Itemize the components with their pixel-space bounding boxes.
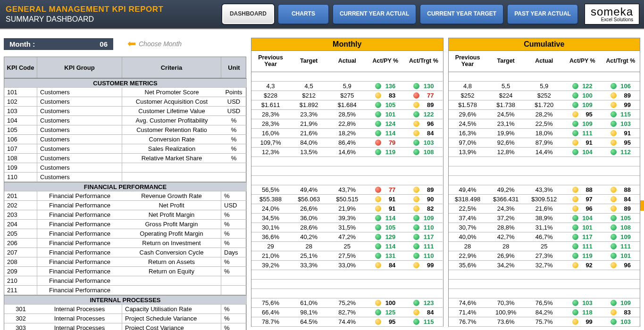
nav-dashboard[interactable]: DASHBOARD — [222, 4, 274, 24]
cell[interactable]: 82,7% — [328, 308, 366, 317]
cell[interactable]: $1.892 — [290, 100, 328, 110]
cell[interactable]: 110 — [4, 173, 37, 182]
cell[interactable] — [221, 173, 247, 182]
cell[interactable]: % — [221, 229, 247, 239]
cell[interactable] — [328, 280, 366, 289]
cell[interactable]: 106 — [4, 135, 37, 144]
cell[interactable]: % — [221, 323, 247, 330]
pct-cell[interactable]: 111 — [563, 129, 602, 138]
cell[interactable]: % — [221, 257, 247, 267]
cell[interactable]: 43,3% — [525, 185, 563, 195]
pct-cell[interactable]: 103 — [602, 317, 640, 327]
cell[interactable]: Capacity Utilisation Rate — [122, 305, 221, 314]
cell[interactable]: 211 — [4, 286, 37, 295]
cell[interactable]: 5,5 — [487, 82, 525, 91]
cell[interactable]: 28,8% — [487, 223, 525, 232]
cell[interactable]: 98,1% — [290, 308, 328, 317]
pct-cell[interactable]: 91 — [563, 138, 602, 148]
cell[interactable]: 29 — [251, 242, 290, 251]
cell[interactable] — [602, 166, 640, 176]
cell[interactable] — [366, 270, 404, 280]
cell[interactable]: Net Profit — [122, 201, 221, 210]
cell[interactable]: 5,9 — [328, 82, 366, 91]
cell[interactable]: $1.578 — [449, 100, 487, 110]
pct-cell[interactable]: 101 — [563, 223, 602, 232]
pct-cell[interactable]: 103 — [563, 298, 602, 308]
cell[interactable]: 25 — [525, 242, 563, 251]
pct-cell[interactable]: 109 — [563, 119, 602, 129]
pct-cell[interactable]: 88 — [602, 185, 640, 195]
pct-cell[interactable]: 77 — [366, 185, 404, 195]
cell[interactable]: $212 — [290, 91, 328, 100]
cell[interactable]: Customers — [37, 107, 122, 116]
pct-cell[interactable]: 109 — [563, 100, 602, 110]
cell[interactable]: 23,1% — [487, 119, 525, 129]
cell[interactable]: 28,2% — [525, 110, 563, 119]
cell[interactable]: 49,4% — [449, 185, 487, 195]
cell[interactable] — [525, 157, 563, 166]
cell[interactable]: Internal Processes — [37, 305, 122, 314]
cell[interactable]: 75,6% — [251, 298, 290, 308]
pct-cell[interactable]: 110 — [404, 223, 443, 232]
cell[interactable]: % — [221, 116, 247, 125]
cell[interactable]: $1.611 — [251, 100, 290, 110]
cell[interactable]: 206 — [4, 239, 37, 248]
cell[interactable]: % — [221, 135, 247, 144]
pct-cell[interactable]: 111 — [602, 242, 640, 251]
cell[interactable]: Financial Performance — [37, 201, 122, 210]
cell[interactable] — [449, 270, 487, 280]
cell[interactable]: 4,8 — [449, 82, 487, 91]
cell[interactable]: Customers — [37, 116, 122, 125]
right-arrow-tab-icon[interactable] — [640, 200, 644, 211]
cell[interactable]: 16,0% — [251, 129, 290, 138]
pct-cell[interactable]: 122 — [563, 82, 602, 91]
pct-cell[interactable]: 115 — [602, 110, 640, 119]
cell[interactable]: 21,6% — [525, 204, 563, 214]
cell[interactable]: Customer Lifetime Value — [122, 107, 221, 116]
cell[interactable]: 84,2% — [525, 308, 563, 317]
cell[interactable]: Project Schedule Variance — [122, 314, 221, 323]
cell[interactable]: 23,3% — [290, 110, 328, 119]
pct-cell[interactable]: 96 — [602, 261, 640, 270]
cell[interactable]: 28,3% — [251, 119, 290, 129]
cell[interactable]: $1.684 — [328, 100, 366, 110]
pct-cell[interactable]: 99 — [563, 317, 602, 327]
cell[interactable]: Financial Performance — [37, 267, 122, 276]
pct-cell[interactable]: 111 — [404, 242, 443, 251]
pct-cell[interactable]: 111 — [563, 242, 602, 251]
cell[interactable] — [449, 166, 487, 176]
cell[interactable] — [290, 166, 328, 176]
cell[interactable] — [487, 166, 525, 176]
pct-cell[interactable]: 105 — [366, 223, 404, 232]
cell[interactable]: $252 — [525, 91, 563, 100]
cell[interactable]: 26,9% — [487, 251, 525, 261]
pct-cell[interactable]: 114 — [366, 129, 404, 138]
cell[interactable]: 36,6% — [251, 232, 290, 242]
cell[interactable] — [290, 157, 328, 166]
cell[interactable]: 202 — [4, 201, 37, 210]
pct-cell[interactable]: 89 — [602, 91, 640, 100]
cell[interactable] — [221, 276, 247, 286]
cell[interactable] — [251, 157, 290, 166]
cell[interactable]: Gross Profit Margin — [122, 220, 221, 229]
cell[interactable] — [563, 157, 602, 166]
pct-cell[interactable]: 117 — [404, 232, 443, 242]
pct-cell[interactable]: 84 — [366, 261, 404, 270]
pct-cell[interactable]: 91 — [366, 195, 404, 204]
pct-cell[interactable]: 110 — [404, 251, 443, 261]
pct-cell[interactable]: 124 — [366, 119, 404, 129]
cell[interactable]: 30,1% — [251, 223, 290, 232]
cell[interactable]: 207 — [4, 248, 37, 257]
cell[interactable] — [221, 163, 247, 173]
cell[interactable] — [404, 166, 443, 176]
cell[interactable]: 210 — [4, 276, 37, 286]
pct-cell[interactable]: 123 — [404, 298, 443, 308]
cell[interactable]: Net Promoter Score — [122, 88, 221, 97]
cell[interactable]: USD — [221, 97, 247, 107]
cell[interactable]: 108 — [4, 154, 37, 163]
pct-cell[interactable]: 108 — [602, 223, 640, 232]
cell[interactable]: 34,2% — [487, 261, 525, 270]
cell[interactable]: 27,5% — [328, 251, 366, 261]
pct-cell[interactable]: 82 — [404, 204, 443, 214]
cell[interactable]: 29,6% — [449, 110, 487, 119]
